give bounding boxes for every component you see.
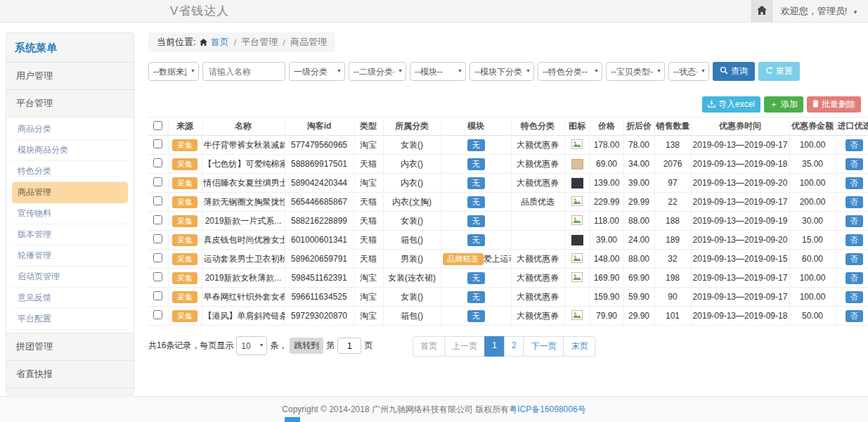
pager-首页[interactable]: 首页 xyxy=(413,336,445,357)
product-image xyxy=(571,235,583,245)
product-thumbnail xyxy=(564,307,590,326)
breadcrumb-separator: / xyxy=(283,37,285,48)
sidebar-item-省直快报[interactable]: 省直快报 xyxy=(6,360,134,388)
row-checkbox[interactable] xyxy=(153,139,162,148)
sidebar-subitem-版本管理[interactable]: 版本管理 xyxy=(12,224,128,245)
module-none-badge[interactable]: 无 xyxy=(467,234,485,246)
import-excel-button[interactable]: 导入excel xyxy=(702,96,760,113)
module-none-badge[interactable]: 无 xyxy=(467,177,485,189)
row-checkbox[interactable] xyxy=(153,272,162,281)
pager-下一页[interactable]: 下一页 xyxy=(524,336,564,357)
import-select-toggle[interactable]: 否 xyxy=(846,310,863,322)
coupon-time: 2019-09-13—2019-09-17 xyxy=(691,136,789,155)
import-select-toggle[interactable]: 否 xyxy=(846,291,863,303)
name-search-input[interactable] xyxy=(202,62,285,81)
price: 169.90 xyxy=(590,269,623,288)
module-cell: 无 xyxy=(441,307,511,326)
sidebar-subitem-意见反馈[interactable]: 意见反馈 xyxy=(12,288,128,309)
batch-delete-button[interactable]: 批量删除 xyxy=(807,96,861,113)
filter-select-宝贝类型[interactable]: --宝贝类型-- xyxy=(606,62,665,81)
jump-page-input[interactable] xyxy=(337,338,361,354)
row-checkbox[interactable] xyxy=(153,310,162,319)
sidebar-subitem-轮播管理[interactable]: 轮播管理 xyxy=(12,245,128,267)
filter-select-模块[interactable]: --模块-- xyxy=(410,62,466,81)
per-page-select[interactable]: 10 xyxy=(236,336,267,355)
sidebar-subitem-特色分类[interactable]: 特色分类 xyxy=(12,161,128,182)
pager-上一页[interactable]: 上一页 xyxy=(444,336,485,357)
sidebar-subitem-商品管理[interactable]: 商品管理 xyxy=(12,182,128,203)
product-name: 牛仔背带裤女秋装减龄... xyxy=(202,136,285,155)
pager-1[interactable]: 1 xyxy=(484,336,505,357)
coupon-time: 2019-09-13—2019-09-19 xyxy=(691,212,789,231)
icp-link[interactable]: 粤ICP备16098006号 xyxy=(509,404,585,416)
image-placeholder-icon xyxy=(571,217,583,227)
sidebar-subitem-商品分类[interactable]: 商品分类 xyxy=(12,119,128,140)
sidebar-item-用户管理[interactable]: 用户管理 xyxy=(6,62,134,89)
feature-category xyxy=(511,212,564,231)
sidebar-subitem-模块商品分类[interactable]: 模块商品分类 xyxy=(12,140,128,161)
source-badge: 采集 xyxy=(172,234,197,246)
row-checkbox[interactable] xyxy=(153,234,162,243)
pager-末页[interactable]: 末页 xyxy=(564,336,596,357)
module-cell: 无 xyxy=(441,193,511,212)
module-none-badge[interactable]: 无 xyxy=(467,272,485,284)
import-select-toggle[interactable]: 否 xyxy=(846,177,863,189)
import-select-toggle[interactable]: 否 xyxy=(846,234,863,246)
import-select-toggle[interactable]: 否 xyxy=(846,215,863,227)
module-none-badge[interactable]: 无 xyxy=(467,196,485,208)
import-select-toggle[interactable]: 否 xyxy=(846,139,863,151)
price: 178.00 xyxy=(590,136,623,155)
sidebar-item-消息管理[interactable]: 消息管理 xyxy=(6,388,134,395)
module-none-badge[interactable]: 无 xyxy=(467,158,485,170)
user-menu[interactable]: 欢迎您，管理员! ▼ xyxy=(772,5,868,18)
module-none-badge[interactable]: 无 xyxy=(467,291,485,303)
source-badge: 采集 xyxy=(172,158,197,170)
sales-count: 22 xyxy=(654,193,691,212)
filter-select-二级分类[interactable]: --二级分类-- xyxy=(349,62,406,81)
row-checkbox[interactable] xyxy=(153,253,162,262)
row-checkbox[interactable] xyxy=(153,196,162,205)
module-none-badge[interactable]: 无 xyxy=(467,215,485,227)
import-excel-label: 导入excel xyxy=(718,98,755,110)
row-checkbox[interactable] xyxy=(153,177,162,186)
import-select-toggle[interactable]: 否 xyxy=(846,196,863,208)
product-name: 2019新款一片式系... xyxy=(202,212,285,231)
pager-2[interactable]: 2 xyxy=(504,336,524,357)
product-category: 女装(连衣裙) xyxy=(383,269,441,288)
filter-select-模块下分类[interactable]: --模块下分类-- xyxy=(469,62,534,81)
sidebar-subitem-平台配置[interactable]: 平台配置 xyxy=(12,309,128,330)
filter-select-一级分类[interactable]: 一级分类 xyxy=(289,62,345,81)
sidebar-subitem-宣传物料[interactable]: 宣传物料 xyxy=(12,203,128,224)
row-checkbox[interactable] xyxy=(153,291,162,300)
coupon-amount: 15.00 xyxy=(789,231,836,250)
module-badge: 品牌精选 xyxy=(443,253,484,265)
pagination-bar: 共16条记录，每页显示 10 条， 跳转到 第 页 首页上一页12下一页末页 xyxy=(148,336,861,356)
filter-select-特色分类[interactable]: --特色分类-- xyxy=(538,62,602,81)
sidebar-item-平台管理[interactable]: 平台管理 xyxy=(6,89,134,117)
module-none-badge[interactable]: 无 xyxy=(467,310,485,322)
product-name: 运动套装男士卫衣初秋... xyxy=(202,250,285,269)
add-button[interactable]: ＋ 添加 xyxy=(764,96,803,113)
search-button[interactable]: 查询 xyxy=(713,62,755,81)
jump-to-button[interactable]: 跳转到 xyxy=(290,338,323,354)
row-checkbox[interactable] xyxy=(153,158,162,167)
home-button[interactable] xyxy=(751,0,772,23)
breadcrumb-home-link[interactable]: 首页 xyxy=(211,36,229,49)
select-all-checkbox[interactable] xyxy=(153,121,162,130)
price: 79.90 xyxy=(590,307,623,326)
source-badge: 采集 xyxy=(172,272,197,284)
row-checkbox[interactable] xyxy=(153,215,162,224)
import-select-toggle[interactable]: 否 xyxy=(846,253,863,265)
sidebar-item-拼团管理[interactable]: 拼团管理 xyxy=(6,333,134,360)
reset-button[interactable]: 重置 xyxy=(758,62,800,81)
caret-down-icon: ▼ xyxy=(853,9,858,15)
module-none-badge[interactable]: 无 xyxy=(467,139,485,151)
sidebar-subitem-启动页管理[interactable]: 启动页管理 xyxy=(12,267,128,288)
import-select-toggle[interactable]: 否 xyxy=(846,272,863,284)
product-type: 天猫 xyxy=(354,155,383,174)
sidebar-title: 系统菜单 xyxy=(6,33,134,62)
filter-select-data-source[interactable]: --数据来源-- xyxy=(148,62,199,81)
column-header-模块: 模块 xyxy=(441,117,511,136)
import-select-toggle[interactable]: 否 xyxy=(846,158,863,170)
filter-select-状态[interactable]: --状态-- xyxy=(668,62,709,81)
